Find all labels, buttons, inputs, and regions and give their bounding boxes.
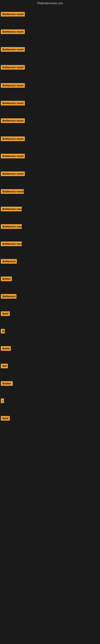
bottleneck-row-7: Bottleneck result xyxy=(0,118,25,124)
bottleneck-bar-23[interactable]: | xyxy=(1,398,4,403)
bottleneck-bar-17[interactable]: Bottleneck xyxy=(1,294,16,299)
bottleneck-bar-9[interactable]: Bottleneck result xyxy=(1,154,25,158)
bottleneck-row-12: Bottleneck resu xyxy=(0,207,22,212)
bottleneck-bar-11[interactable]: Bottleneck result xyxy=(1,189,24,194)
bottleneck-bar-3[interactable]: Bottleneck result xyxy=(1,47,25,52)
bottleneck-bar-6[interactable]: Bottleneck result xyxy=(1,101,25,106)
bottleneck-row-6: Bottleneck result xyxy=(0,101,25,106)
bottleneck-row-17: Bottleneck xyxy=(0,294,16,300)
bottleneck-bar-13[interactable]: Bottleneck resu xyxy=(1,224,22,229)
bottleneck-bar-24[interactable]: Bottl xyxy=(1,416,10,420)
bottleneck-bar-16[interactable]: Bottler xyxy=(1,276,12,281)
bottleneck-row-3: Bottleneck result xyxy=(0,47,25,52)
bottleneck-row-1: Bottleneck result xyxy=(0,12,25,17)
bottleneck-bar-10[interactable]: Bottleneck result xyxy=(1,172,25,176)
bottleneck-bar-8[interactable]: Bottleneck result xyxy=(1,136,25,141)
bottleneck-row-5: Bottleneck result xyxy=(0,83,25,88)
bottleneck-row-23: | xyxy=(0,398,4,404)
bottleneck-row-15: Bottleneck xyxy=(0,259,17,264)
bottleneck-row-19: B xyxy=(0,329,5,334)
bottleneck-row-10: Bottleneck result xyxy=(0,172,25,177)
bottleneck-bar-18[interactable]: Bottl xyxy=(1,311,10,316)
bottleneck-bar-4[interactable]: Bottleneck result xyxy=(1,65,25,70)
bottleneck-row-13: Bottleneck resu xyxy=(0,224,22,230)
bottleneck-row-16: Bottler xyxy=(0,276,12,282)
bottleneck-bar-22[interactable]: Bottlen xyxy=(1,381,13,386)
bottleneck-bar-2[interactable]: Bottleneck result xyxy=(1,30,25,34)
bottleneck-row-8: Bottleneck result xyxy=(0,136,25,142)
bottleneck-row-20: Bottle xyxy=(0,346,11,352)
bottleneck-row-22: Bottlen xyxy=(0,381,13,386)
bottleneck-row-18: Bottl xyxy=(0,311,10,317)
bottleneck-bar-14[interactable]: Bottleneck resu xyxy=(1,242,22,246)
bottleneck-bar-21[interactable]: Bot xyxy=(1,364,8,368)
bottleneck-row-4: Bottleneck result xyxy=(0,65,25,70)
bottleneck-bar-7[interactable]: Bottleneck result xyxy=(1,118,25,123)
bottleneck-bar-5[interactable]: Bottleneck result xyxy=(1,83,25,88)
bottleneck-bar-15[interactable]: Bottleneck xyxy=(1,259,17,264)
site-title-text: TheBottlenecker.com xyxy=(37,2,63,5)
bottleneck-row-2: Bottleneck result xyxy=(0,30,25,35)
bottleneck-row-24: Bottl xyxy=(0,416,10,422)
site-title: TheBottlenecker.com xyxy=(0,0,100,6)
bottleneck-bar-12[interactable]: Bottleneck resu xyxy=(1,207,22,211)
bottleneck-bar-1[interactable]: Bottleneck result xyxy=(1,12,25,16)
bottleneck-bar-20[interactable]: Bottle xyxy=(1,346,11,351)
bottleneck-row-11: Bottleneck result xyxy=(0,189,24,194)
bottleneck-row-14: Bottleneck resu xyxy=(0,242,22,247)
bottleneck-bar-19[interactable]: B xyxy=(1,329,5,334)
bottleneck-row-21: Bot xyxy=(0,364,8,369)
bottleneck-row-9: Bottleneck result xyxy=(0,154,25,159)
